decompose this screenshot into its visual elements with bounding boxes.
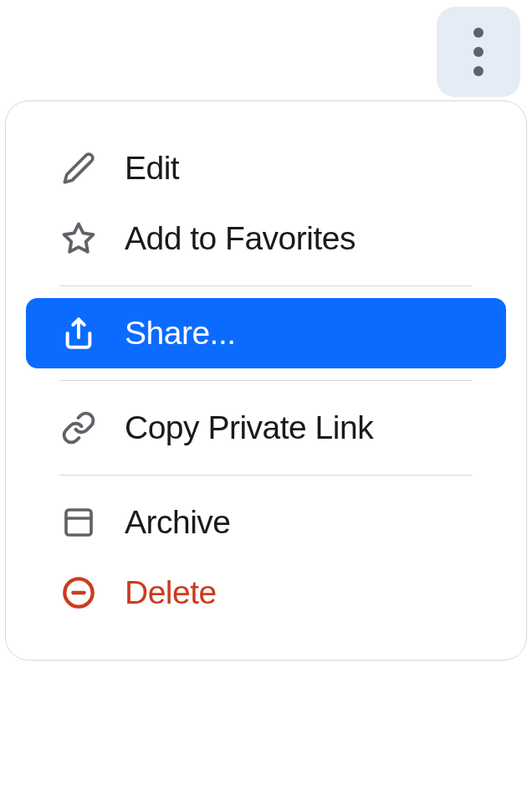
menu-item-label: Share... [125, 315, 236, 352]
dot-icon [473, 66, 483, 76]
share-icon [61, 316, 96, 351]
menu-item-share[interactable]: Share... [26, 298, 506, 368]
menu-item-edit[interactable]: Edit [26, 133, 506, 203]
menu-divider [59, 380, 473, 381]
minus-circle-icon [61, 575, 96, 610]
dot-icon [473, 28, 483, 38]
menu-item-label: Delete [125, 574, 217, 611]
link-icon [61, 410, 96, 445]
menu-item-label: Edit [125, 150, 179, 187]
menu-item-label: Copy Private Link [125, 409, 373, 446]
menu-divider [59, 285, 473, 286]
menu-item-archive[interactable]: Archive [26, 487, 506, 558]
svg-marker-0 [64, 224, 94, 252]
dot-icon [473, 47, 483, 57]
menu-item-copy-private-link[interactable]: Copy Private Link [26, 393, 506, 463]
pencil-icon [61, 151, 96, 186]
svg-rect-2 [66, 510, 91, 535]
menu-item-label: Add to Favorites [125, 220, 356, 257]
archive-icon [61, 505, 96, 540]
menu-item-add-to-favorites[interactable]: Add to Favorites [26, 203, 506, 274]
dropdown-menu: Edit Add to Favorites Share... Co [5, 100, 527, 661]
menu-divider [59, 475, 473, 476]
menu-item-label: Archive [125, 504, 231, 541]
more-options-button[interactable] [437, 7, 520, 97]
menu-item-delete[interactable]: Delete [26, 558, 506, 628]
star-icon [61, 221, 96, 256]
